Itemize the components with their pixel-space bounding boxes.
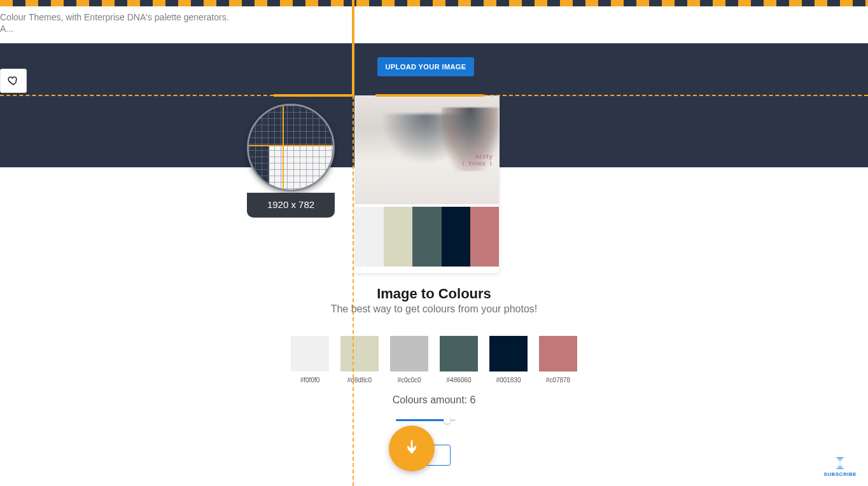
swatch-chip [539, 336, 577, 371]
swatch-hex: #f0f0f0 [291, 377, 329, 384]
subscribe-label: SUBSCRIBE [823, 471, 857, 477]
preview-swatch [442, 207, 470, 267]
section-title: Image to Colours [0, 286, 868, 302]
header-line2: A... [0, 23, 229, 34]
pixel-magnifier: 1920 x 782 [247, 104, 339, 222]
extracted-swatches: #f0f0f0 #d8d8c0 #c0c0c0 #486060 #001830 … [0, 336, 868, 384]
swatch-hex: #d8d8c0 [340, 377, 379, 384]
swatch-chip [390, 336, 428, 371]
slider-thumb[interactable] [444, 417, 451, 424]
colours-amount-slider[interactable] [396, 417, 456, 424]
swatch-item[interactable]: #c07878 [539, 336, 577, 384]
swatch-hex: #001830 [489, 377, 528, 384]
swatch-hex: #c07878 [539, 377, 577, 384]
favorite-button[interactable] [0, 69, 27, 93]
colours-amount-label: Colours amount: 6 [0, 394, 868, 406]
swatch-hex: #c0c0c0 [390, 377, 428, 384]
preview-palette-row [355, 207, 499, 267]
download-badge[interactable] [389, 426, 435, 471]
heart-icon [8, 75, 19, 87]
swatch-item[interactable]: #001830 [489, 336, 528, 384]
photo-overlay-text: misty ( tones ) [461, 153, 493, 167]
dimensions-readout: 1920 x 782 [247, 193, 335, 218]
swatch-item[interactable]: #486060 [440, 336, 478, 384]
subscribe-widget[interactable]: SUBSCRIBE [823, 456, 857, 477]
swatch-chip [291, 336, 329, 371]
slider-fill [396, 419, 445, 421]
dna-icon [832, 456, 848, 470]
header-description: Colour Themes, with Enterprise DNA's pal… [0, 11, 229, 34]
watermark-icon [359, 258, 373, 269]
preview-swatch [412, 207, 441, 267]
swatch-hex: #486060 [440, 377, 478, 384]
section-subtitle: The best way to get colours from your ph… [0, 303, 868, 315]
upload-button[interactable]: UPLOAD YOUR IMAGE [377, 57, 474, 76]
swatch-chip [340, 336, 379, 371]
header-line1: Colour Themes, with Enterprise DNA's pal… [0, 12, 229, 22]
preview-swatch [384, 207, 412, 267]
swatch-chip [489, 336, 528, 371]
arrow-down-icon [401, 438, 423, 459]
swatch-item[interactable]: #d8d8c0 [340, 336, 379, 384]
preview-photo: misty ( tones ) [355, 96, 499, 204]
swatch-item[interactable]: #c0c0c0 [390, 336, 428, 384]
top-dashed-stripe [0, 0, 868, 6]
swatch-chip [440, 336, 478, 371]
preview-swatch [470, 207, 499, 267]
swatch-item[interactable]: #f0f0f0 [291, 336, 329, 384]
image-preview-card: misty ( tones ) [354, 95, 500, 274]
